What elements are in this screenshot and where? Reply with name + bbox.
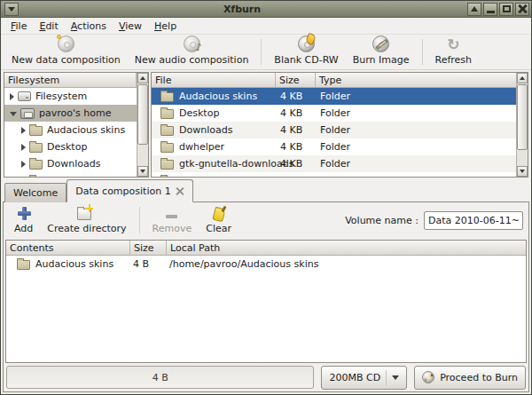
blank-cdrw-button[interactable]: Blank CD-RW xyxy=(267,36,345,68)
file-column-header[interactable]: File xyxy=(152,73,276,87)
scroll-down-button[interactable] xyxy=(137,166,148,177)
scroll-up-button[interactable] xyxy=(517,73,528,83)
menubar: File Edit Actions View Help xyxy=(1,18,531,35)
disc-size-value: 200MB CD xyxy=(329,372,380,383)
window-title: Xfburn xyxy=(19,4,466,15)
menu-actions[interactable]: Actions xyxy=(65,19,113,34)
file-row-dwhelper[interactable]: dwhelper 4 KB Folder xyxy=(152,138,516,155)
folder-icon xyxy=(29,143,43,153)
folder-icon xyxy=(160,143,174,153)
create-directory-button[interactable]: Create directory xyxy=(40,203,133,237)
file-row-music[interactable]: Music 4 KB Folder xyxy=(152,172,516,177)
scrollbar-thumb[interactable] xyxy=(137,84,148,145)
file-name: gtk-gnutella-downloads xyxy=(179,158,293,170)
tree-row-desktop[interactable]: Desktop xyxy=(4,138,137,155)
disc-usage-label: 4 B xyxy=(153,372,168,383)
new-data-composition-icon xyxy=(58,36,74,52)
clear-label: Clear xyxy=(206,223,231,234)
minimize-icon xyxy=(487,11,495,13)
remove-icon xyxy=(166,205,177,221)
folder-icon xyxy=(160,160,174,170)
filesystem-column-header[interactable]: Filesystem xyxy=(4,73,137,87)
tab-data-composition-1[interactable]: Data composition 1 xyxy=(66,179,192,202)
volume-name-input[interactable] xyxy=(424,211,523,230)
new-audio-composition-button[interactable]: ♪ New audio composition xyxy=(128,36,256,68)
contents-column-header[interactable]: Contents xyxy=(6,241,130,255)
composition-notebook: Welcome Data composition 1 Add Create di… xyxy=(3,179,529,392)
burn-image-button[interactable]: Burn Image xyxy=(346,36,417,68)
scroll-down-button[interactable] xyxy=(517,166,528,177)
remove-button[interactable]: Remove xyxy=(145,203,200,237)
file-row-downloads[interactable]: Downloads 4 KB Folder xyxy=(152,122,516,138)
proceed-to-burn-button[interactable]: Proceed to Burn xyxy=(414,366,526,390)
tab-welcome[interactable]: Welcome xyxy=(4,183,66,202)
minimize-button[interactable] xyxy=(483,3,497,16)
expander-collapsed-icon[interactable] xyxy=(21,144,26,151)
file-row-audacious-skins[interactable]: Audacious skins 4 KB Folder xyxy=(152,88,516,105)
file-list-scrollbar[interactable] xyxy=(516,73,528,177)
expander-expanded-icon[interactable] xyxy=(10,112,17,116)
size-column-header[interactable]: Size xyxy=(130,241,167,255)
expander-collapsed-icon[interactable] xyxy=(21,127,26,134)
disc-usage-bar: 4 B xyxy=(6,366,314,389)
filesystem-tree-pane: Filesystem Filesystem pavroo's home Auda… xyxy=(4,72,149,178)
blank-cdrw-icon xyxy=(298,36,315,52)
file-type: Folder xyxy=(320,107,350,119)
menu-edit[interactable]: Edit xyxy=(33,19,64,34)
tree-row-filesystem[interactable]: Filesystem xyxy=(4,88,137,105)
tree-row-home[interactable]: pavroo's home xyxy=(4,105,137,122)
arrow-down-icon xyxy=(520,170,525,173)
file-list-rows: Audacious skins 4 KB Folder Desktop 4 KB… xyxy=(152,88,516,177)
tree-row-audacious-skins[interactable]: Audacious skins xyxy=(4,122,137,138)
file-row-desktop[interactable]: Desktop 4 KB Folder xyxy=(152,105,516,122)
window-menu-icon xyxy=(8,7,15,12)
home-folder-icon xyxy=(20,108,35,119)
tree-row-dwhelper[interactable]: dwhelper xyxy=(4,172,137,177)
file-list-header-row: File Size Type xyxy=(152,73,516,88)
tab-data-composition-label: Data composition 1 xyxy=(75,186,170,197)
contents-path: /home/pavroo/Audacious skins xyxy=(169,258,318,270)
menu-help[interactable]: Help xyxy=(148,19,183,34)
scroll-up-button[interactable] xyxy=(137,73,148,83)
contents-list: Contents Size Local Path Audacious skins… xyxy=(5,240,527,363)
close-button[interactable] xyxy=(515,3,529,16)
tab-close-icon[interactable] xyxy=(176,187,184,195)
scrollbar-thumb[interactable] xyxy=(517,84,528,150)
type-column-header[interactable]: Type xyxy=(316,73,516,87)
file-name: Desktop xyxy=(179,107,219,119)
titlebar[interactable]: Xfburn xyxy=(1,1,531,18)
size-column-header[interactable]: Size xyxy=(276,73,316,87)
menu-file[interactable]: File xyxy=(4,19,33,34)
folder-icon xyxy=(160,109,174,119)
shade-icon xyxy=(471,6,478,12)
shade-button[interactable] xyxy=(467,3,481,16)
data-composition-page: Add Create directory Remove Clear Volume… xyxy=(3,201,529,392)
burn-image-icon xyxy=(372,36,389,52)
tree-scrollbar[interactable] xyxy=(137,73,148,177)
expander-collapsed-icon[interactable] xyxy=(10,93,14,100)
tree-row-label: Desktop xyxy=(47,141,87,153)
volume-name-label: Volume name : xyxy=(345,215,419,226)
contents-row-audacious-skins[interactable]: Audacious skins 4 B /home/pavroo/Audacio… xyxy=(6,256,526,272)
expander-collapsed-icon[interactable] xyxy=(21,161,26,168)
file-name: dwhelper xyxy=(179,141,224,153)
file-size: 4 KB xyxy=(280,141,302,153)
new-data-composition-button[interactable]: New data composition xyxy=(4,36,128,68)
contents-size: 4 B xyxy=(133,258,149,270)
window-menu-button[interactable] xyxy=(4,3,19,16)
file-size: 4 KB xyxy=(280,158,302,170)
tree-row-downloads[interactable]: Downloads xyxy=(4,155,137,172)
contents-rows: Audacious skins 4 B /home/pavroo/Audacio… xyxy=(6,256,526,362)
file-row-gtk-gnutella-downloads[interactable]: gtk-gnutella-downloads 4 KB Folder xyxy=(152,155,516,172)
local-path-column-header[interactable]: Local Path xyxy=(167,241,526,255)
maximize-button[interactable] xyxy=(499,3,513,16)
blank-cdrw-label: Blank CD-RW xyxy=(274,54,338,66)
new-audio-composition-icon: ♪ xyxy=(184,36,200,52)
refresh-button[interactable]: Refresh xyxy=(428,36,480,68)
file-type: Folder xyxy=(320,124,350,136)
clear-button[interactable]: Clear xyxy=(199,203,239,237)
add-button[interactable]: Add xyxy=(7,203,40,237)
tree-row-label: Filesystem xyxy=(35,91,87,102)
disc-size-combo[interactable]: 200MB CD xyxy=(321,366,407,390)
menu-view[interactable]: View xyxy=(113,19,148,34)
